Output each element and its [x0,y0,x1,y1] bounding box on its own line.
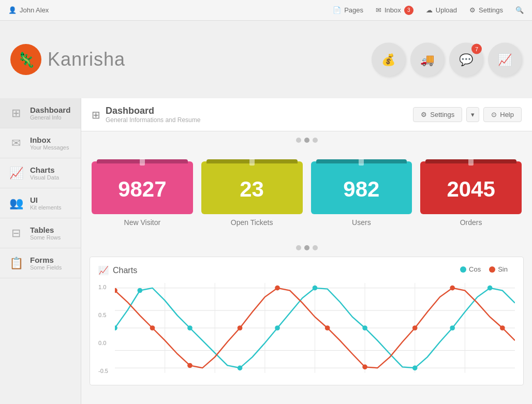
upload-link[interactable]: ☁ Upload [426,6,457,14]
stats-section: 9827 New Visitor 23 Open Tickets 982 [81,151,532,237]
sin-dot [187,363,193,368]
sidebar-item-dashboard[interactable]: ⊞ Dashboard General Info [0,98,81,128]
sin-dot [275,286,280,291]
dashboard-label: Dashboard [30,106,70,114]
chart-canvas [115,281,515,377]
settings-link[interactable]: ⚙ Settings [469,6,503,14]
charts-nav-sublabel: Visual Data [30,174,59,181]
charts-nav-icon: 📈 [8,167,24,180]
stat-card-tickets: 23 Open Tickets [201,161,303,227]
cos-dot [487,286,493,291]
messages-badge: 7 [471,44,482,54]
forms-nav-sublabel: Some Fields [30,264,62,271]
header-messages-button[interactable]: 💬 7 [449,43,483,77]
users-value: 982 [316,177,407,202]
sin-color-indicator [489,266,495,273]
tables-nav-sublabel: Some Rows [30,234,61,241]
cos-color-indicator [460,266,466,273]
sidebar-item-ui[interactable]: 👥 UI Kit elements [0,188,81,218]
cos-dot [238,365,243,370]
page-header-icon: ⊞ [92,109,100,121]
dot-b3[interactable] [313,245,318,250]
sidebar-item-charts[interactable]: 📈 Charts Visual Data [0,158,81,188]
help-icon: ⊙ [491,111,497,118]
top-bar-actions: 📄 Pages ✉ Inbox 3 ☁ Upload ⚙ Settings 🔍 [333,6,524,15]
header-delivery-button[interactable]: 🚚 [410,43,444,77]
header-analytics-button[interactable]: 📈 [488,43,522,77]
dot-2[interactable] [304,138,309,143]
inbox-badge: 3 [404,6,413,15]
search-button[interactable]: 🔍 [515,6,524,14]
help-button[interactable]: ⊙ Help [483,107,522,122]
stats-grid: 9827 New Visitor 23 Open Tickets 982 [92,161,522,227]
inbox-link[interactable]: ✉ Inbox 3 [376,6,413,15]
forms-nav-label: Forms [30,256,62,264]
dot-b2[interactable] [304,245,309,250]
sidebar-item-tables[interactable]: ⊟ Tables Some Rows [0,218,81,248]
cos-dot [275,325,280,331]
sin-dot [412,325,418,331]
settings-button[interactable]: ⚙ Settings [413,107,462,122]
visitors-label: New Visitor [92,218,193,227]
inbox-icon: ✉ [376,6,381,14]
sin-dot [325,325,330,331]
inbox-nav-sublabel: Your Messages [30,144,69,151]
tables-nav-label: Tables [30,226,61,234]
legend-sin: Sin [489,265,508,273]
page-subtitle: General Informations and Resume [106,116,200,124]
forms-nav-icon: 📋 [8,257,24,270]
cos-dot [187,325,193,331]
dot-1[interactable] [296,138,301,143]
content-area: ⊞ Dashboard General Informations and Res… [81,98,532,404]
top-bar: 👤 John Alex 📄 Pages ✉ Inbox 3 ☁ Upload ⚙… [0,0,532,21]
page-header: ⊞ Dashboard General Informations and Res… [81,98,532,131]
sidebar-item-inbox[interactable]: ✉ Inbox Your Messages [0,128,81,158]
app-header: 🦎 Kanrisha 💰 🚚 💬 7 📈 [0,21,532,98]
user-name: John Alex [20,6,49,14]
chart-svg [115,281,515,375]
sin-dot [238,325,243,331]
cos-dot [137,288,142,293]
visitors-value: 9827 [97,177,188,202]
charts-section-icon: 📈 [98,265,109,275]
stat-card-orders: 2045 Orders [420,161,522,227]
logo-icon: 🦎 [10,44,41,75]
users-label: Users [311,218,412,227]
gear-icon: ⚙ [421,111,427,118]
pages-icon: 📄 [333,6,341,14]
inbox-nav-icon: ✉ [8,137,24,150]
slider-dots-bottom [81,245,532,250]
sin-dot [150,325,155,331]
cos-label: Cos [469,265,481,273]
card-pin [249,158,255,166]
legend-cos: Cos [460,265,481,273]
ui-nav-label: UI [30,196,62,204]
upload-icon: ☁ [426,6,433,14]
slider-dots-top [81,138,532,143]
charts-nav-label: Charts [30,166,59,174]
chart-legend: Cos Sin [460,265,508,273]
y-axis-labels: 1.0 0.5 0.0 -0.5 [98,281,115,377]
card-pin [359,158,364,166]
dot-3[interactable] [313,138,318,143]
search-icon: 🔍 [515,6,524,14]
settings-dropdown-button[interactable]: ▾ [466,107,479,122]
dashboard-icon: ⊞ [8,107,24,120]
header-actions: 💰 🚚 💬 7 📈 [372,43,522,77]
main-layout: ⊞ Dashboard General Info ✉ Inbox Your Me… [0,98,532,404]
charts-header: 📈 Charts [98,265,515,275]
charts-title: Charts [113,266,137,275]
page-title: Dashboard [106,106,200,116]
stat-card-users: 982 Users [311,161,412,227]
sidebar-item-forms[interactable]: 📋 Forms Some Fields [0,248,81,278]
tickets-value: 23 [206,177,298,202]
card-pin [468,158,474,166]
user-info: 👤 John Alex [8,6,49,14]
sin-label: Sin [498,265,508,273]
tickets-label: Open Tickets [201,218,303,227]
ui-nav-icon: 👥 [8,197,24,210]
pages-link[interactable]: 📄 Pages [333,6,363,14]
settings-icon: ⚙ [469,6,476,14]
dot-b1[interactable] [296,245,301,250]
header-finance-button[interactable]: 💰 [372,43,405,77]
